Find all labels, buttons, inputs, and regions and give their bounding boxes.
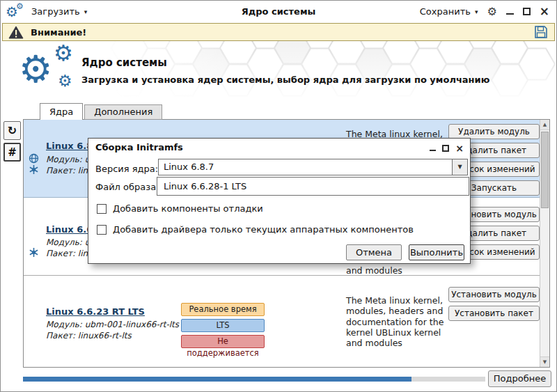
window-title: Ядро системы xyxy=(175,1,382,22)
floppy-disk-icon xyxy=(533,24,549,40)
minimize-button[interactable] xyxy=(506,8,514,15)
refresh-button[interactable]: ↻ xyxy=(3,121,21,140)
kernel-version-select[interactable]: Linux 6.8.7 ▼ xyxy=(158,159,468,175)
gear-icon: ⚙ xyxy=(54,42,73,64)
badge-unsupported: Не поддерживается xyxy=(181,335,265,348)
kernel-description: The Meta linux kernel, modules, headers … xyxy=(346,295,452,348)
save-menu-button[interactable]: Сохранить ▾ xyxy=(420,6,478,17)
tab-addons[interactable]: Дополнения xyxy=(84,104,162,120)
dialog-window-controls: × xyxy=(430,143,464,153)
checkbox-label: Добавить драйвера только текущих аппарат… xyxy=(113,224,414,235)
scrollbar-thumb[interactable] xyxy=(541,132,549,208)
module-globe-icon xyxy=(29,153,39,164)
page-subtitle: Загрузка и установка ядер системы, выбор… xyxy=(81,75,489,85)
chevron-down-icon: ▾ xyxy=(84,8,88,15)
settings-gear-icon[interactable]: ⚙ xyxy=(487,6,496,17)
kernel-version-label: Версия ядра: xyxy=(95,164,158,174)
maximize-button[interactable] xyxy=(442,145,449,152)
checkbox[interactable] xyxy=(97,225,107,235)
install-package-button[interactable]: Установить пакет xyxy=(448,306,540,321)
kernel-row[interactable]: Linux 6.6.23 RT LTS Модуль: ubm-001-linu… xyxy=(24,276,540,367)
current-hardware-drivers-checkbox-row: Добавить драйвера только текущих аппарат… xyxy=(97,224,414,235)
warning-triangle-icon xyxy=(8,26,24,39)
warning-bar: Внимание! xyxy=(2,23,555,41)
kernel-version-dropdown-list: Linux 6.6.28-1 LTS xyxy=(157,177,469,196)
hash-button[interactable]: # xyxy=(3,143,21,162)
run-button[interactable]: Выполнить xyxy=(409,244,464,260)
badge-realtime: Реальное время xyxy=(181,303,265,316)
combo-arrow-button[interactable]: ▼ xyxy=(452,159,467,175)
app-window: ⚙ ⚙ Загрузить ▾ Ядро системы Сохранить ▾… xyxy=(0,0,557,392)
page-header: ⚙ ⚙ ⚙ Ядро системы Загрузка и установка … xyxy=(1,41,557,103)
dropdown-option[interactable]: Linux 6.6.28-1 LTS xyxy=(164,181,246,191)
package-icon xyxy=(29,164,39,175)
gear-icon: ⚙ xyxy=(58,73,72,89)
kernel-package-label: Пакет: linux66-rt-lts xyxy=(46,331,132,340)
vertical-scrollbar[interactable]: ▲ ▼ xyxy=(540,120,549,367)
image-file-label: Файл образа: xyxy=(95,182,159,192)
delete-module-button[interactable]: Удалить модуль xyxy=(448,124,540,139)
close-button[interactable]: × xyxy=(540,6,549,17)
gear-icon: ⚙ xyxy=(19,51,52,88)
initramfs-dialog: Сборка Initramfs × Версия ядра: Linux 6.… xyxy=(88,138,471,264)
titlebar-right-controls: Сохранить ▾ ⚙ × xyxy=(420,1,549,22)
cancel-button[interactable]: Отмена xyxy=(346,244,402,260)
tab-bar: Ядра Дополнения xyxy=(40,103,162,120)
debug-components-checkbox-row: Добавить компоненты отладки xyxy=(97,203,263,214)
hexagon-fade-left-overlay xyxy=(102,41,248,103)
package-icon xyxy=(29,247,39,258)
kernel-version-value: Linux 6.8.7 xyxy=(164,162,214,172)
chevron-down-icon: ▾ xyxy=(475,8,478,15)
page-title: Ядро системы xyxy=(81,56,167,69)
close-button[interactable]: × xyxy=(455,143,464,153)
warning-text: Внимание! xyxy=(31,27,86,38)
hash-icon: # xyxy=(8,146,17,159)
kernel-gears-logo: ⚙ ⚙ ⚙ xyxy=(19,42,83,102)
app-logo-gears-icon: ⚙ ⚙ xyxy=(6,2,26,22)
chevron-down-icon: ▼ xyxy=(457,164,462,170)
checkbox-label: Добавить компоненты отладки xyxy=(113,203,263,214)
progress-bar xyxy=(23,377,485,382)
load-menu-button[interactable]: Загрузить ▾ xyxy=(31,1,87,22)
kernel-actions: Установить модуль Установить пакет xyxy=(448,287,540,324)
kernel-badges: Реальное время LTS Не поддерживается xyxy=(181,303,265,351)
refresh-icon: ↻ xyxy=(8,124,17,137)
load-menu-label: Загрузить xyxy=(31,6,80,17)
save-menu-label: Сохранить xyxy=(420,6,471,17)
checkbox[interactable] xyxy=(97,204,107,214)
scroll-up-button[interactable]: ▲ xyxy=(540,120,549,130)
progress-bar-fill xyxy=(23,377,411,382)
scroll-down-button[interactable]: ▼ xyxy=(540,356,549,367)
dialog-title: Сборка Initramfs xyxy=(95,142,183,152)
kernel-module-label: Модуль: ubm-001-linux66-rt-lts xyxy=(46,320,179,329)
maximize-button[interactable] xyxy=(523,8,531,15)
kernel-name-link[interactable]: Linux 6.6.23 RT LTS xyxy=(46,306,145,317)
install-module-button[interactable]: Установить модуль xyxy=(448,287,540,302)
titlebar: ⚙ ⚙ Загрузить ▾ Ядро системы Сохранить ▾… xyxy=(1,1,556,22)
minimize-button[interactable] xyxy=(430,146,436,151)
tab-kernels[interactable]: Ядра xyxy=(40,103,83,120)
save-report-button[interactable] xyxy=(533,24,549,40)
badge-lts: LTS xyxy=(181,319,265,332)
gear-icon: ⚙ xyxy=(16,2,24,10)
details-button[interactable]: Подробнее xyxy=(488,370,551,387)
